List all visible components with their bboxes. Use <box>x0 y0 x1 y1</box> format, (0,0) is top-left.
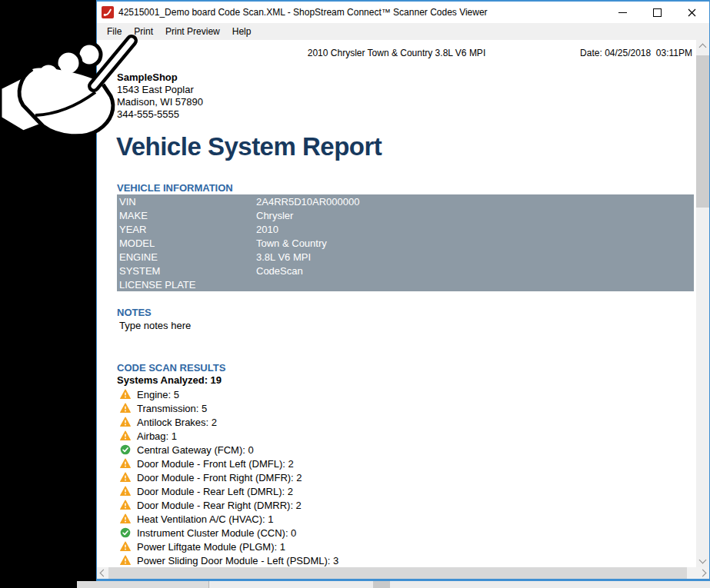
close-button[interactable] <box>675 2 709 23</box>
scroll-left-icon[interactable] <box>100 570 108 577</box>
check-icon <box>120 527 131 538</box>
check-icon <box>120 444 131 455</box>
warning-icon <box>120 486 131 497</box>
app-icon <box>102 6 114 18</box>
scan-result-item: Heat Ventilation A/C (HVAC): 1 <box>120 512 338 526</box>
scan-result-label: Airbag: 1 <box>137 430 177 442</box>
row-value: 2A4RR5D10AR000000 <box>256 196 359 208</box>
scan-result-label: Power Sliding Door Module - Left (PSDML)… <box>137 555 338 566</box>
scan-result-label: Door Module - Rear Left (DMRL): 2 <box>137 486 293 497</box>
vertical-scrollbar[interactable] <box>696 40 709 567</box>
menu-print-preview[interactable]: Print Preview <box>159 24 226 39</box>
maximize-icon <box>653 8 662 17</box>
close-icon <box>688 8 696 17</box>
warning-icon <box>120 403 131 414</box>
scan-result-item: Door Module - Rear Left (DMRL): 2 <box>120 484 338 498</box>
scan-result-label: Engine: 5 <box>137 389 179 400</box>
report-document: 2010 Chrysler Town & Country 3.8L V6 MPI… <box>97 40 696 567</box>
row-label: ENGINE <box>117 251 256 263</box>
scan-result-label: Door Module - Front Right (DMFR): 2 <box>137 472 302 483</box>
app-window: 42515001_Demo board Code Scan.XML - Shop… <box>96 0 710 581</box>
report-date: Date: 04/25/2018 03:11PM <box>580 48 692 58</box>
table-row: YEAR2010 <box>117 222 694 236</box>
warning-icon <box>120 500 131 510</box>
menu-file[interactable]: File <box>101 24 128 39</box>
scan-result-label: Door Module - Front Left (DMFL): 2 <box>137 458 294 470</box>
scroll-up-icon[interactable] <box>699 44 707 51</box>
systems-analyzed: Systems Analyzed: 19 <box>117 374 222 386</box>
row-label: SYSTEM <box>117 265 256 277</box>
shop-info-block: SampleShop 1543 East Poplar Madison, WI … <box>117 71 203 121</box>
warning-icon <box>120 417 131 427</box>
table-row: MODELTown & Country <box>117 236 694 250</box>
code-scan-results-heading: CODE SCAN RESULTS <box>117 362 225 374</box>
title-bar: 42515001_Demo board Code Scan.XML - Shop… <box>97 2 709 23</box>
row-value: Town & Country <box>256 238 327 249</box>
scroll-down-icon[interactable] <box>699 556 707 564</box>
horizontal-scrollbar-thumb[interactable] <box>108 567 687 579</box>
warning-icon <box>120 430 131 441</box>
warning-icon <box>120 541 131 552</box>
screenshot-background: 42515001_Demo board Code Scan.XML - Shop… <box>0 0 710 588</box>
table-row: MAKEChrysler <box>117 208 694 222</box>
scroll-right-icon[interactable] <box>699 570 707 577</box>
scan-result-label: Antilock Brakes: 2 <box>137 417 217 428</box>
table-row: LICENSE PLATE <box>117 277 694 291</box>
bottom-strip <box>77 581 710 588</box>
warning-icon <box>120 472 131 483</box>
vehicle-information-table: VIN2A4RR5D10AR000000 MAKEChrysler YEAR20… <box>117 194 694 291</box>
scan-result-label: Instrument Cluster Module (CCN): 0 <box>137 527 296 539</box>
code-scan-list: Engine: 5 Transmission: 5 Antilock Brake… <box>120 387 338 567</box>
window-title: 42515001_Demo board Code Scan.XML - Shop… <box>118 7 488 18</box>
scan-result-item: Door Module - Front Right (DMFR): 2 <box>120 470 338 484</box>
scan-result-item: Engine: 5 <box>120 387 338 401</box>
scan-result-label: Central Gateway (FCM): 0 <box>137 444 254 456</box>
warning-icon <box>120 513 131 524</box>
bottom-strip-segment <box>77 581 209 588</box>
table-row: SYSTEMCodeScan <box>117 264 694 277</box>
row-value: Chrysler <box>256 210 293 221</box>
horizontal-scrollbar[interactable] <box>97 567 709 579</box>
menu-help[interactable]: Help <box>226 24 258 39</box>
scan-result-item: Door Module - Front Left (DMFL): 2 <box>120 457 338 470</box>
minimize-button[interactable] <box>605 2 640 23</box>
maximize-button[interactable] <box>640 2 675 23</box>
row-label: MAKE <box>117 210 256 221</box>
table-row: ENGINE3.8L V6 MPI <box>117 250 694 264</box>
row-value: 2010 <box>256 224 278 235</box>
warning-icon <box>120 555 131 566</box>
scan-result-label: Power Liftgate Module (PLGM): 1 <box>137 541 285 553</box>
scan-result-item: Central Gateway (FCM): 0 <box>120 443 338 457</box>
warning-icon <box>120 389 131 400</box>
row-label: LICENSE PLATE <box>117 279 256 291</box>
scan-result-label: Transmission: 5 <box>137 403 207 414</box>
row-label: VIN <box>117 196 256 208</box>
report-title: Vehicle System Report <box>116 132 382 161</box>
vehicle-information-heading: VEHICLE INFORMATION <box>117 182 233 194</box>
row-value: CodeScan <box>256 265 303 277</box>
minimize-icon <box>618 12 627 13</box>
scan-result-item: Door Module - Rear Right (DMRR): 2 <box>120 498 338 512</box>
bottom-strip-segment <box>373 581 390 588</box>
row-value: 3.8L V6 MPI <box>256 251 311 263</box>
shop-name: SampleShop <box>117 71 203 84</box>
scan-result-item: Airbag: 1 <box>120 429 338 443</box>
scan-result-label: Heat Ventilation A/C (HVAC): 1 <box>137 513 274 525</box>
shop-phone: 344-555-5555 <box>117 108 203 121</box>
scan-result-item: Transmission: 5 <box>120 401 338 415</box>
row-label: MODEL <box>117 238 256 249</box>
notes-text: Type notes here <box>119 320 191 331</box>
scan-result-item: Power Sliding Door Module - Left (PSDML)… <box>120 553 338 567</box>
warning-icon <box>120 458 131 469</box>
shop-address-line2: Madison, WI 57890 <box>117 96 203 108</box>
row-label: YEAR <box>117 224 256 235</box>
menu-print[interactable]: Print <box>128 24 159 39</box>
notes-heading: NOTES <box>117 307 152 318</box>
table-row: VIN2A4RR5D10AR000000 <box>117 194 694 208</box>
bottom-strip-segment <box>209 581 373 588</box>
menu-bar: File Print Print Preview Help <box>97 23 709 40</box>
scan-result-label: Door Module - Rear Right (DMRR): 2 <box>137 500 302 511</box>
scan-result-item: Antilock Brakes: 2 <box>120 415 338 429</box>
vertical-scrollbar-thumb[interactable] <box>696 55 709 208</box>
scan-result-item: Power Liftgate Module (PLGM): 1 <box>120 540 338 553</box>
